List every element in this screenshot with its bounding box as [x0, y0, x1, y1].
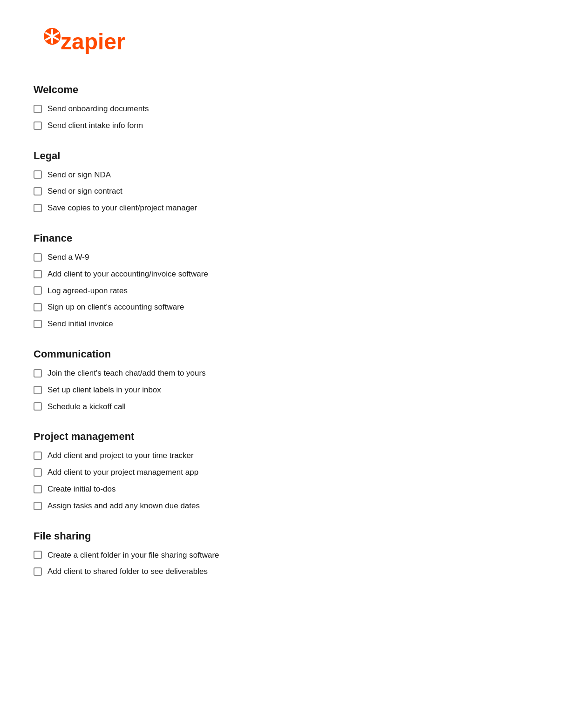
item-label: Create initial to-dos	[48, 484, 115, 495]
list-item: Send or sign NDA	[34, 169, 536, 181]
item-label: Send initial invoice	[48, 318, 113, 330]
section-file-sharing: File sharingCreate a client folder in yo…	[34, 530, 536, 578]
checkbox[interactable]	[34, 121, 42, 130]
item-label: Add client to shared folder to see deliv…	[48, 566, 208, 577]
list-item: Sign up on client's accounting software	[34, 302, 536, 313]
checkbox[interactable]	[34, 551, 42, 559]
list-item: Schedule a kickoff call	[34, 401, 536, 412]
item-label: Join the client's teach chat/add them to…	[48, 368, 206, 379]
list-item: Send or sign contract	[34, 186, 536, 197]
checklist-project-management: Add client and project to your time trac…	[34, 450, 536, 511]
item-label: Send onboarding documents	[48, 103, 149, 115]
section-project-management: Project managementAdd client and project…	[34, 431, 536, 511]
item-label: Send or sign contract	[48, 186, 122, 197]
item-label: Set up client labels in your inbox	[48, 384, 161, 396]
section-title-project-management: Project management	[34, 431, 536, 443]
list-item: Send a W-9	[34, 252, 536, 263]
list-item: Join the client's teach chat/add them to…	[34, 368, 536, 379]
checklist-welcome: Send onboarding documentsSend client int…	[34, 103, 536, 131]
list-item: Create a client folder in your file shar…	[34, 550, 536, 561]
item-label: Sign up on client's accounting software	[48, 302, 184, 313]
list-item: Set up client labels in your inbox	[34, 384, 536, 396]
checkbox[interactable]	[34, 402, 42, 411]
checkbox[interactable]	[34, 452, 42, 460]
checkbox[interactable]	[34, 253, 42, 262]
sections-container: WelcomeSend onboarding documentsSend cli…	[34, 84, 536, 577]
list-item: Add client to your accounting/invoice so…	[34, 269, 536, 280]
checkbox[interactable]	[34, 386, 42, 394]
section-title-file-sharing: File sharing	[34, 530, 536, 542]
item-label: Add client and project to your time trac…	[48, 450, 194, 461]
list-item: Log agreed-upon rates	[34, 285, 536, 297]
item-label: Log agreed-upon rates	[48, 285, 128, 297]
checkbox[interactable]	[34, 303, 42, 311]
checklist-finance: Send a W-9Add client to your accounting/…	[34, 252, 536, 330]
checkbox[interactable]	[34, 468, 42, 477]
item-label: Add client to your project management ap…	[48, 467, 198, 478]
checklist-legal: Send or sign NDASend or sign contractSav…	[34, 169, 536, 214]
item-label: Save copies to your client/project manag…	[48, 202, 197, 214]
checkbox[interactable]	[34, 502, 42, 510]
checkbox[interactable]	[34, 270, 42, 278]
item-label: Add client to your accounting/invoice so…	[48, 269, 208, 280]
list-item: Create initial to-dos	[34, 484, 536, 495]
list-item: Add client to shared folder to see deliv…	[34, 566, 536, 577]
section-title-welcome: Welcome	[34, 84, 536, 96]
section-title-finance: Finance	[34, 232, 536, 244]
item-label: Send client intake info form	[48, 120, 143, 131]
list-item: Send onboarding documents	[34, 103, 536, 115]
item-label: Send or sign NDA	[48, 169, 111, 181]
item-label: Schedule a kickoff call	[48, 401, 126, 412]
checkbox[interactable]	[34, 204, 42, 212]
checkbox[interactable]	[34, 286, 42, 295]
item-label: Create a client folder in your file shar…	[48, 550, 219, 561]
checkbox[interactable]	[34, 369, 42, 377]
checkbox[interactable]	[34, 187, 42, 195]
item-label: Assign tasks and add any known due dates	[48, 500, 200, 512]
section-title-communication: Communication	[34, 348, 536, 360]
section-legal: LegalSend or sign NDASend or sign contra…	[34, 150, 536, 214]
checkbox[interactable]	[34, 320, 42, 328]
section-finance: FinanceSend a W-9Add client to your acco…	[34, 232, 536, 330]
checkbox[interactable]	[34, 105, 42, 113]
list-item: Add client to your project management ap…	[34, 467, 536, 478]
checkbox[interactable]	[34, 567, 42, 576]
checklist-file-sharing: Create a client folder in your file shar…	[34, 550, 536, 578]
list-item: Assign tasks and add any known due dates	[34, 500, 536, 512]
checklist-communication: Join the client's teach chat/add them to…	[34, 368, 536, 412]
logo-container: zapier	[34, 22, 536, 61]
list-item: Add client and project to your time trac…	[34, 450, 536, 461]
checkbox[interactable]	[34, 170, 42, 179]
item-label: Send a W-9	[48, 252, 89, 263]
list-item: Send initial invoice	[34, 318, 536, 330]
list-item: Save copies to your client/project manag…	[34, 202, 536, 214]
checkbox[interactable]	[34, 485, 42, 493]
list-item: Send client intake info form	[34, 120, 536, 131]
section-welcome: WelcomeSend onboarding documentsSend cli…	[34, 84, 536, 131]
section-title-legal: Legal	[34, 150, 536, 162]
section-communication: CommunicationJoin the client's teach cha…	[34, 348, 536, 412]
zapier-logo: zapier	[34, 22, 136, 60]
svg-text:zapier: zapier	[61, 29, 125, 54]
